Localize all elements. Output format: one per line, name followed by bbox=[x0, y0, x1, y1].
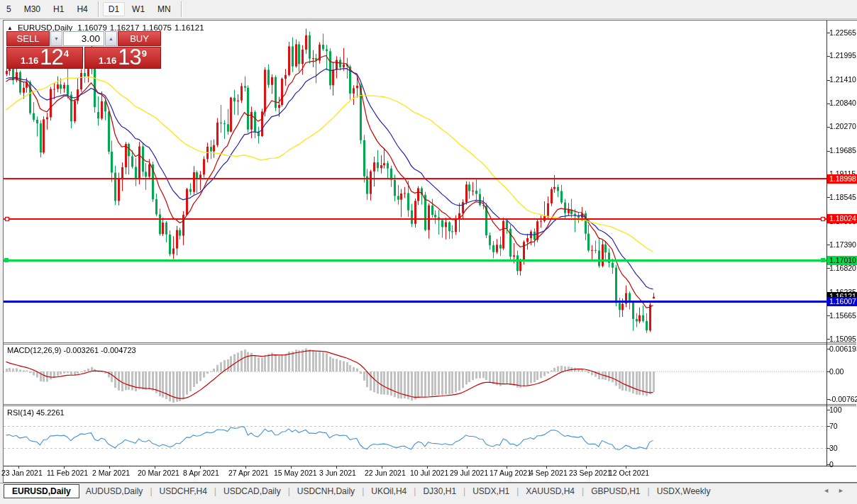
toolbar-separator bbox=[98, 1, 99, 17]
chevron-up-icon: ▲ bbox=[109, 36, 114, 41]
chart-tab-xauusd[interactable]: XAUUSD,H4 bbox=[519, 485, 581, 498]
price-tick-label: 1.15665 bbox=[829, 311, 856, 320]
timeframe-toolbar: 5M30H1H4D1W1MN bbox=[0, 0, 857, 19]
date-label: 4 Sep 2021 bbox=[529, 469, 568, 477]
date-label: 29 Jul 2021 bbox=[450, 469, 488, 477]
timeframe-button-mn[interactable]: MN bbox=[152, 2, 177, 16]
date-label: 3 Jun 2021 bbox=[319, 469, 356, 477]
chart-tab-usdx[interactable]: USDX,Weekly bbox=[651, 485, 717, 498]
date-label: 23 Sep 2021 bbox=[569, 469, 612, 477]
date-label: 15 May 2021 bbox=[274, 469, 317, 477]
rsi-axis-label: 70 bbox=[829, 422, 856, 430]
timeframe-button-5[interactable]: 5 bbox=[1, 2, 17, 16]
sell-price-pipette: 4 bbox=[64, 48, 69, 59]
chart-tab-gbpusd[interactable]: GBPUSD,H1 bbox=[585, 485, 646, 498]
timeframe-button-h4[interactable]: H4 bbox=[71, 2, 93, 16]
ohlc-close: 1.16121 bbox=[175, 23, 204, 32]
timeframe-button-m30[interactable]: M30 bbox=[18, 2, 46, 16]
chevron-down-icon: ▼ bbox=[54, 36, 59, 41]
date-label: 12 Oct 2021 bbox=[609, 469, 649, 477]
price-tick-label: 1.22565 bbox=[829, 28, 856, 38]
sell-price-prefix: 1.16 bbox=[21, 54, 38, 67]
price-line-label: 1.18998 bbox=[827, 174, 857, 184]
price-line-label: 1.17010 bbox=[827, 256, 857, 265]
chart-tab-usdcad[interactable]: USDCAD,Daily bbox=[217, 485, 287, 498]
toolbar-separator bbox=[181, 1, 182, 17]
price-tick-label: 1.20270 bbox=[829, 122, 856, 131]
tab-scroll-arrows: ◄► bbox=[823, 487, 853, 494]
date-label: 22 Jun 2021 bbox=[365, 469, 406, 477]
date-label: 23 Jan 2021 bbox=[1, 469, 43, 477]
macd-indicator-label: MACD(12,26,9) -0.003261 -0.004723 bbox=[7, 346, 136, 354]
price-tick-label: 1.15095 bbox=[829, 335, 856, 344]
sell-price-big-digits: 12 bbox=[40, 47, 62, 67]
rsi-axis-label: 30 bbox=[829, 444, 856, 452]
date-label: 17 Aug 2021 bbox=[490, 469, 531, 477]
price-tick-label: 1.21410 bbox=[829, 75, 856, 84]
chart-tab-ukoil[interactable]: UKOil,H4 bbox=[365, 485, 413, 498]
one-click-trade-panel: SELL ▼ 3.00 ▲ BUY 1.16 12 4 1.16 13 9 bbox=[6, 31, 161, 69]
chart-tab-usdchf[interactable]: USDCHF,H4 bbox=[153, 485, 214, 498]
volume-increase-button[interactable]: ▲ bbox=[105, 31, 117, 46]
price-tick-label: 1.19685 bbox=[829, 146, 856, 155]
date-label: 10 Jul 2021 bbox=[410, 469, 448, 477]
tab-scroll-right-icon[interactable]: ► bbox=[838, 487, 853, 494]
price-line-label: 1.18024 bbox=[827, 214, 857, 223]
date-label: 20 Mar 2021 bbox=[138, 469, 179, 477]
rsi-indicator-label: RSI(14) 45.2261 bbox=[7, 408, 65, 417]
collapse-triangle-icon[interactable]: ▲ bbox=[7, 25, 13, 31]
timeframe-button-h1[interactable]: H1 bbox=[48, 2, 70, 16]
chart-tab-eurusd[interactable]: EURUSD,Daily bbox=[4, 484, 79, 498]
sell-price-quote[interactable]: 1.16 12 4 bbox=[6, 47, 83, 69]
buy-price-pipette: 9 bbox=[142, 48, 147, 59]
chart-tab-usdx[interactable]: USDX,H1 bbox=[466, 485, 516, 498]
macd-axis-label: 0.00 bbox=[829, 367, 856, 376]
buy-price-prefix: 1.16 bbox=[99, 54, 116, 67]
price-tick-label: 1.20840 bbox=[829, 99, 856, 108]
price-tick-label: 1.18545 bbox=[829, 193, 856, 202]
rsi-axis-label: 100 bbox=[829, 405, 856, 414]
sell-button[interactable]: SELL bbox=[6, 31, 50, 46]
price-line-label: 1.16007 bbox=[827, 297, 857, 306]
date-label: 11 Feb 2021 bbox=[47, 469, 88, 477]
date-label: 27 Apr 2021 bbox=[228, 469, 269, 477]
chart-tab-dj30[interactable]: DJ30,H1 bbox=[416, 485, 463, 498]
date-label: 8 Apr 2021 bbox=[183, 469, 219, 477]
price-tick-label: 1.21995 bbox=[829, 51, 856, 60]
buy-price-quote[interactable]: 1.16 13 9 bbox=[84, 47, 161, 69]
buy-price-big-digits: 13 bbox=[118, 47, 140, 67]
timeframe-button-w1[interactable]: W1 bbox=[126, 2, 150, 16]
volume-input[interactable]: 3.00 bbox=[63, 31, 104, 46]
chart-window bbox=[3, 20, 857, 483]
price-tick-label: 1.17390 bbox=[829, 240, 856, 250]
buy-button[interactable]: BUY bbox=[118, 31, 161, 46]
volume-decrease-button[interactable]: ▼ bbox=[50, 31, 62, 46]
macd-axis-label: 0.006193 bbox=[829, 345, 856, 353]
chart-tab-usdcnh[interactable]: USDCNH,Daily bbox=[291, 485, 361, 498]
chart-canvas[interactable] bbox=[4, 21, 856, 481]
rsi-axis-label: 0 bbox=[829, 460, 856, 469]
status-strip bbox=[0, 498, 857, 504]
date-label: 2 Mar 2021 bbox=[92, 469, 130, 477]
timeframe-button-d1[interactable]: D1 bbox=[103, 2, 125, 16]
chart-tab-audusd[interactable]: AUDUSD,Daily bbox=[79, 485, 150, 498]
tab-scroll-left-icon[interactable]: ◄ bbox=[823, 487, 838, 494]
macd-axis-label: -0.007621 bbox=[829, 395, 856, 403]
chart-tab-bar: EURUSD,DailyAUDUSD,Daily|USDCHF,H4|USDCA… bbox=[0, 483, 857, 499]
